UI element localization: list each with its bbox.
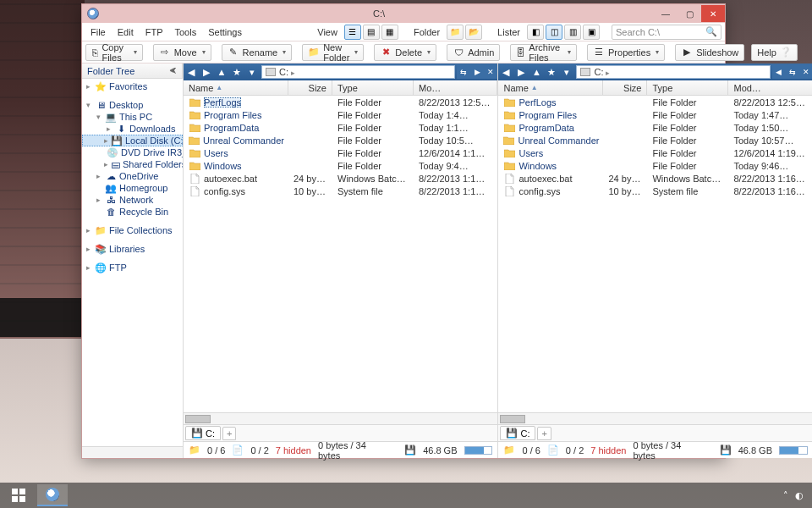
file-row[interactable]: autoexec.bat24 bytesWindows Batch File8/… [498, 172, 812, 185]
nav-fwd-icon[interactable]: ▶ [513, 64, 529, 80]
search-input[interactable]: Search C:\ 🔍 [612, 25, 721, 40]
newfolder-button[interactable]: 📁New Folder▾ [302, 44, 364, 61]
admin-button[interactable]: 🛡Admin [447, 44, 500, 61]
drive-tab[interactable]: 💾C: [500, 426, 535, 440]
maximize-button[interactable]: ▢ [678, 5, 701, 22]
file-row[interactable]: Unreal CommanderFile FolderToday 10:57… [498, 134, 812, 146]
close-button[interactable]: ✕ [701, 5, 725, 22]
left-path-field[interactable]: C: [261, 65, 455, 79]
tree-dvd[interactable]: 💿DVD Drive IR3_CE… [82, 146, 183, 158]
tree-homegroup[interactable]: 👥Homegroup [82, 182, 183, 194]
nav-up-icon[interactable]: ▲ [529, 64, 544, 80]
close-pane-icon[interactable]: ✕ [799, 65, 812, 79]
col-name[interactable]: Name▲ [184, 80, 288, 95]
copy-button[interactable]: ⎘Copy Files▾ [85, 44, 143, 61]
file-row[interactable]: config.sys10 bytesSystem file8/22/2013 1… [498, 185, 812, 197]
swap-icon[interactable]: ⇆ [457, 65, 470, 79]
menu-settings[interactable]: Settings [203, 25, 247, 39]
delete-button[interactable]: ✖Delete▾ [374, 44, 436, 61]
file-row[interactable]: autoexec.bat24 bytesWindows Batch File8/… [184, 172, 497, 185]
tree-thispc[interactable]: ▾💻This PC [82, 111, 183, 123]
nav-recent-icon[interactable]: ▾ [559, 64, 574, 80]
slideshow-button[interactable]: ▶Slideshow [675, 44, 744, 61]
tree-recycle[interactable]: 🗑Recycle Bin [82, 206, 183, 218]
folder-opt2-icon[interactable]: 📂 [465, 25, 482, 40]
nav-back-icon[interactable]: ◀ [184, 64, 199, 80]
tree-collections[interactable]: ▸📁File Collections [82, 224, 183, 236]
tree-favorites[interactable]: ▸⭐Favorites [82, 80, 183, 92]
col-size[interactable]: Size [603, 80, 647, 95]
view-list-icon[interactable]: ▤ [363, 25, 380, 40]
lister-opt4-icon[interactable]: ▣ [583, 25, 600, 40]
add-tab-button[interactable]: + [537, 427, 551, 440]
file-row[interactable]: WindowsFile FolderToday 9:46… [498, 159, 812, 172]
file-row[interactable]: config.sys10 bytesSystem file8/22/2013 1… [184, 185, 497, 197]
copy-right-icon[interactable]: ▶ [470, 65, 484, 79]
file-row[interactable]: Program FilesFile FolderToday 1:47… [498, 108, 812, 121]
left-hscroll[interactable] [184, 412, 497, 424]
nav-fav-icon[interactable]: ★ [229, 64, 244, 80]
tree-hscroll[interactable] [82, 446, 183, 458]
menu-tools[interactable]: Tools [169, 25, 201, 39]
tree-shared[interactable]: ▸🖴Shared Folders (\\… [82, 158, 183, 170]
start-button[interactable] [3, 484, 34, 506]
tree-localdisk[interactable]: ▸💾Local Disk (C:) [82, 135, 183, 146]
col-size[interactable]: Size [288, 80, 332, 95]
titlebar[interactable]: C:\ — ▢ ✕ [82, 4, 725, 23]
tray-app-icon[interactable]: ◐ [795, 490, 804, 501]
view-thumb-icon[interactable]: ▦ [381, 25, 398, 40]
properties-button[interactable]: ☰Properties▾ [587, 44, 665, 61]
nav-recent-icon[interactable]: ▾ [244, 64, 260, 80]
nav-fav-icon[interactable]: ★ [544, 64, 559, 80]
file-row[interactable]: PerfLogsFile Folder8/22/2013 12:50… [498, 96, 812, 108]
move-button[interactable]: ⇨Move▾ [153, 44, 211, 61]
lister-dual-icon[interactable]: ◫ [546, 25, 562, 40]
tree-desktop[interactable]: ▾🖥Desktop [82, 99, 183, 111]
folder-opt1-icon[interactable]: 📁 [447, 25, 464, 40]
file-row[interactable]: Unreal CommanderFile FolderToday 10:5… [184, 134, 497, 146]
nav-up-icon[interactable]: ▲ [214, 64, 229, 80]
left-filelist[interactable]: PerfLogsFile Folder8/22/2013 12:5…Progra… [184, 96, 497, 412]
tree-onedrive[interactable]: ▸☁OneDrive [82, 170, 183, 182]
nav-back-icon[interactable]: ◀ [498, 64, 513, 80]
minimize-button[interactable]: — [654, 5, 678, 22]
lister-opt3-icon[interactable]: ▥ [564, 25, 581, 40]
file-row[interactable]: UsersFile Folder12/6/2014 1:1… [184, 146, 497, 159]
col-modified[interactable]: Mod… [728, 80, 812, 95]
tree-downloads[interactable]: ▸⬇Downloads [82, 123, 183, 135]
file-row[interactable]: PerfLogsFile Folder8/22/2013 12:5… [184, 96, 497, 108]
file-row[interactable]: ProgramDataFile FolderToday 1:1… [184, 121, 497, 134]
col-name[interactable]: Name▲ [498, 80, 603, 95]
tray-up-icon[interactable]: ˄ [783, 490, 788, 501]
file-row[interactable]: ProgramDataFile FolderToday 1:50… [498, 121, 812, 134]
tree-libraries[interactable]: ▸📚Libraries [82, 243, 183, 255]
file-row[interactable]: UsersFile Folder12/6/2014 1:19… [498, 146, 812, 159]
view-details-icon[interactable]: ☰ [344, 25, 361, 40]
file-row[interactable]: Program FilesFile FolderToday 1:4… [184, 108, 497, 121]
archive-button[interactable]: 🗄Archive Files▾ [510, 44, 577, 61]
swap-icon[interactable]: ⇆ [786, 65, 799, 79]
close-pane-icon[interactable]: ✕ [484, 65, 497, 79]
taskbar[interactable]: ˄ ◐ [0, 483, 812, 508]
lister-single-icon[interactable]: ◧ [527, 25, 544, 40]
col-modified[interactable]: Mo… [414, 80, 497, 95]
drive-tab[interactable]: 💾C: [185, 426, 221, 440]
file-row[interactable]: WindowsFile FolderToday 9:4… [184, 159, 497, 172]
nav-fwd-icon[interactable]: ▶ [199, 64, 214, 80]
menu-ftp[interactable]: FTP [140, 25, 168, 39]
rename-button[interactable]: ✎Rename▾ [222, 44, 293, 61]
help-button[interactable]: Help❔ [751, 44, 798, 61]
copy-left-icon[interactable]: ◀ [772, 65, 786, 79]
system-tray[interactable]: ˄ ◐ [783, 490, 809, 501]
col-type[interactable]: Type [647, 80, 728, 95]
tree-ftp[interactable]: ▸🌐FTP [82, 262, 183, 273]
right-hscroll[interactable] [498, 412, 812, 424]
tree-collapse-icon[interactable]: ⮜ [169, 67, 177, 75]
right-path-field[interactable]: C: [576, 65, 770, 79]
right-filelist[interactable]: PerfLogsFile Folder8/22/2013 12:50…Progr… [498, 96, 812, 412]
taskbar-app-button[interactable] [37, 484, 68, 506]
menu-file[interactable]: File [85, 25, 111, 39]
menu-edit[interactable]: Edit [112, 25, 139, 39]
add-tab-button[interactable]: + [222, 427, 236, 440]
col-type[interactable]: Type [332, 80, 414, 95]
